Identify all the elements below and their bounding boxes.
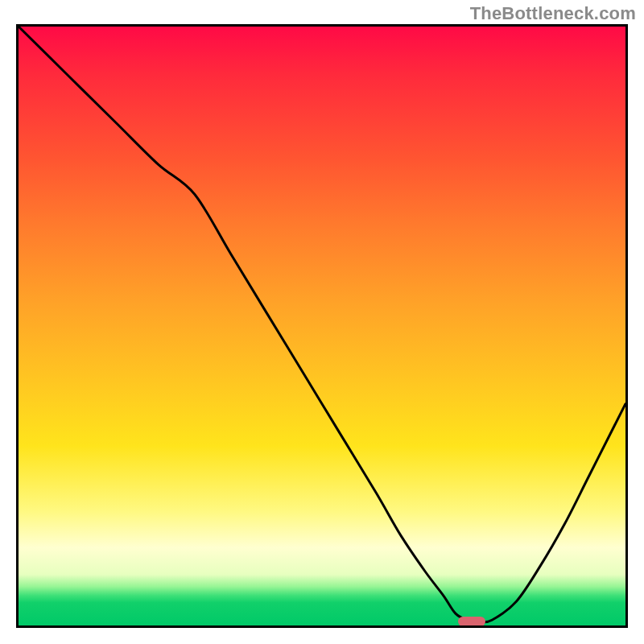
optimum-marker — [458, 617, 485, 626]
chart-line-layer — [19, 27, 625, 625]
chart-area — [16, 24, 628, 628]
bottleneck-curve — [19, 27, 625, 622]
watermark-text: TheBottleneck.com — [470, 3, 636, 24]
